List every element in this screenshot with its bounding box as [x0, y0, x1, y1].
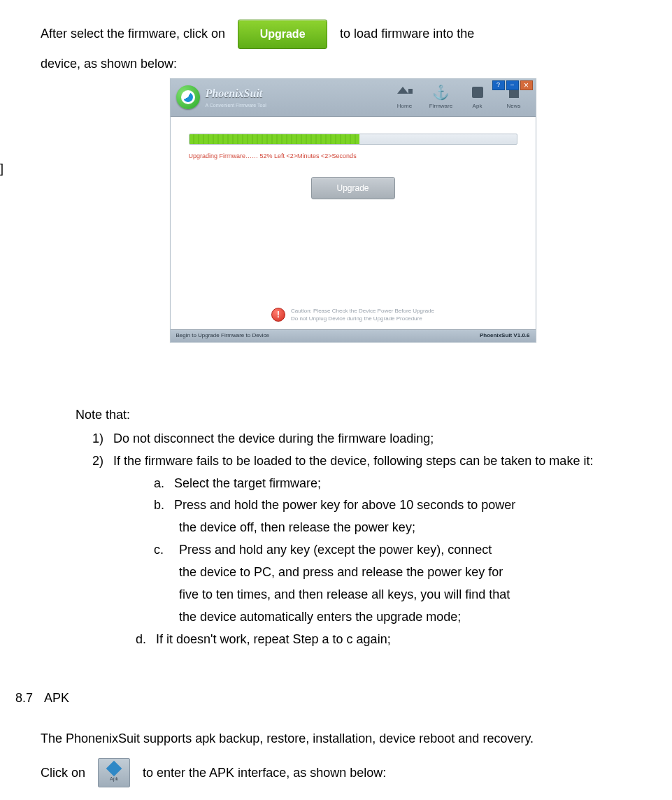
list-number: 2): [92, 452, 103, 471]
nav-label: Firmware: [429, 102, 452, 110]
phoenixsuit-window: PhoenixSuit A Convenient Firmware Tool H…: [170, 78, 536, 343]
section-number: 8.7: [15, 691, 33, 705]
list-item-cont: five to ten times, and then release all …: [179, 585, 665, 605]
note-title: Note that:: [76, 406, 665, 425]
list-item: Select the target firmware;: [174, 474, 321, 494]
cube-icon: [106, 761, 122, 777]
list-letter: a.: [154, 474, 164, 494]
list-number: 1): [92, 429, 103, 449]
home-icon: [397, 85, 413, 100]
text: After select the firmware, click on: [41, 24, 225, 44]
app-logo-icon: [176, 85, 200, 109]
nav-label: News: [506, 102, 520, 110]
app-name: PhoenixSuit: [206, 85, 266, 103]
list-letter: d.: [136, 630, 146, 650]
nav-label: Apk: [473, 102, 482, 110]
paragraph-upgrade-intro: After select the firmware, click on Upgr…: [41, 20, 665, 49]
list-item: Do not disconnect the device during the …: [113, 429, 434, 449]
status-left: Begin to Upgrade Firmware to Device: [176, 331, 269, 340]
apk-toolbar-icon[interactable]: Apk: [98, 758, 130, 787]
section-heading: 8.7APK: [15, 689, 665, 708]
status-bar: Begin to Upgrade Firmware to Device Phoe…: [171, 329, 536, 342]
help-icon[interactable]: [492, 80, 505, 90]
nav-label: Home: [397, 102, 412, 110]
titlebar: PhoenixSuit A Convenient Firmware Tool H…: [171, 79, 536, 117]
app-tagline: A Convenient Firmware Tool: [206, 102, 266, 110]
nav-apk[interactable]: Apk: [462, 85, 494, 110]
list-item-cont: the device automatically enters the upgr…: [179, 608, 665, 627]
window-controls: [492, 80, 533, 90]
list-letter: b.: [154, 496, 164, 515]
caution-line: Do not Unplug Device during the Upgrade …: [291, 315, 434, 322]
list-item: If it doesn't work, repeat Step a to c a…: [156, 630, 391, 650]
stray-bracket: ]: [0, 159, 3, 179]
nav-firmware[interactable]: ⚓ Firmware: [425, 85, 457, 110]
upgrade-button-inline[interactable]: Upgrade: [238, 20, 327, 49]
text: device, as shown below:: [41, 55, 665, 74]
text: to load firmware into the: [340, 24, 474, 44]
anchor-icon: ⚓: [434, 85, 449, 100]
upgrade-button[interactable]: Upgrade: [311, 177, 395, 199]
close-icon[interactable]: [520, 80, 533, 90]
paragraph: The PhonenixSuit supports apk backup, re…: [41, 729, 665, 749]
list-letter: c.: [154, 541, 164, 560]
nav-home[interactable]: Home: [389, 85, 421, 110]
apk-icon: [470, 85, 485, 100]
progress-bar: [189, 134, 517, 145]
progress-text: Upgrading Firmware…… 52% Left <2>Minutes…: [189, 152, 517, 162]
minimize-icon[interactable]: [506, 80, 519, 90]
text: to enter the APK interface, as shown bel…: [143, 764, 386, 783]
text: Click on: [41, 764, 85, 783]
caution-row: ! Caution: Please Check the Device Power…: [171, 308, 536, 322]
paragraph-apk-intro: Click on Apk to enter the APK interface,…: [41, 758, 665, 787]
section-title: APK: [44, 691, 69, 705]
list-item: Press and hold any key (except the power…: [179, 541, 492, 560]
status-right: PhoenixSuit V1.0.6: [480, 331, 530, 340]
caution-line: Caution: Please Check the Device Power B…: [291, 308, 434, 315]
list-item-cont: the device to PC, and press and release …: [179, 563, 665, 583]
progress-fill: [190, 134, 359, 144]
apk-icon-label: Apk: [110, 776, 118, 783]
warning-icon: !: [271, 308, 285, 322]
list-item-cont: the device off, then release the power k…: [179, 518, 665, 538]
list-item: Press and hold the power key for above 1…: [174, 496, 515, 515]
list-item: If the firmware fails to be loaded to th…: [113, 452, 593, 471]
